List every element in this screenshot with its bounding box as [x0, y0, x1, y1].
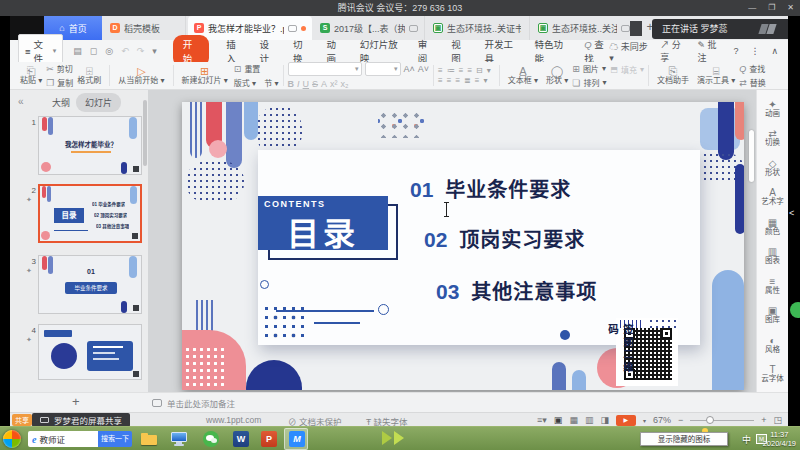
- rail-cloudfonts[interactable]: T云字体: [757, 360, 788, 390]
- undo-icon[interactable]: ↶: [121, 46, 129, 56]
- taskbar-clock[interactable]: 11:37 2020/4/19: [763, 430, 796, 448]
- taskbar-wechat-icon[interactable]: [202, 431, 220, 447]
- rail-wordart[interactable]: A艺术字: [757, 183, 788, 213]
- print-icon[interactable]: ◻: [90, 46, 97, 56]
- slide-thumbnail-3[interactable]: 01 毕业条件要求: [38, 255, 142, 314]
- share-button[interactable]: ↗ 分享: [660, 38, 685, 64]
- shrink-font-icon[interactable]: A˅: [418, 64, 429, 74]
- play-dropdown-icon[interactable]: ▾: [643, 417, 646, 424]
- bold-button[interactable]: B: [288, 79, 295, 89]
- rail-shapes[interactable]: ◇形状: [757, 153, 788, 183]
- slide-thumbnail-2-selected[interactable]: 目录 01 毕业条件要求 02 顶岗实习要求 03 其他注意事项: [38, 184, 142, 243]
- list-indent-icons[interactable]: ≡≔≡≡⊟▾: [438, 67, 495, 75]
- collapse-ribbon-icon[interactable]: ∧: [771, 46, 778, 56]
- panel-tab-slides[interactable]: 幻灯片: [76, 93, 121, 112]
- menu-insert[interactable]: 插入: [226, 37, 242, 65]
- rail-properties[interactable]: ≡属性: [757, 271, 788, 301]
- maximize-button[interactable]: ❐: [768, 0, 775, 16]
- add-slide-button[interactable]: +: [72, 394, 80, 409]
- ime-indicator[interactable]: 中: [742, 433, 751, 446]
- minimize-button[interactable]: —: [748, 0, 756, 16]
- comment-button[interactable]: ✎ 批注: [697, 38, 721, 64]
- more-menu-icon[interactable]: ⋮: [750, 46, 759, 56]
- sync-status[interactable]: ☁ 未同步 ▾: [609, 40, 648, 63]
- panel-collapse-arrow[interactable]: <: [789, 208, 794, 218]
- view-sorter-icon[interactable]: ▦: [569, 415, 578, 425]
- collapse-panel-icon[interactable]: «: [18, 96, 24, 107]
- find-button[interactable]: Q查找: [739, 63, 766, 74]
- panel-tab-outline[interactable]: 大纲: [52, 96, 70, 109]
- taskbar-search-box[interactable]: e: [28, 431, 98, 447]
- reset-button[interactable]: ⊡重置: [234, 63, 279, 74]
- doc-assistant-button[interactable]: ⎘文档助手: [653, 62, 693, 89]
- paste-button[interactable]: ⎗粘贴 ▾: [16, 67, 46, 85]
- search-input[interactable]: [39, 434, 83, 444]
- menu-devtools[interactable]: 开发工具: [485, 37, 518, 65]
- status-menu-icon[interactable]: ≡▾: [537, 415, 547, 425]
- toc-title-box[interactable]: CONTENTS 目录: [258, 196, 388, 250]
- slide-thumbnail-4[interactable]: [38, 324, 142, 380]
- toc-item-3[interactable]: 03 其他注意事项: [436, 276, 597, 305]
- underline-button[interactable]: U: [303, 79, 310, 89]
- panel-scrollbar[interactable]: [143, 100, 147, 166]
- toc-item-1[interactable]: 01 毕业条件要求: [410, 174, 571, 203]
- font-family-combobox[interactable]: ▾: [288, 62, 362, 76]
- font-color-button[interactable]: A: [321, 79, 327, 89]
- present-tools-button[interactable]: ⌸演示工具 ▾: [693, 62, 739, 89]
- replace-button[interactable]: ⇄替换: [739, 77, 766, 88]
- align-icons[interactable]: ≡≡≡≣≡▾: [438, 77, 495, 85]
- preview-icon[interactable]: ◎: [105, 46, 113, 56]
- search-go-button[interactable]: 搜索一下: [98, 431, 132, 447]
- menu-animation[interactable]: 动画: [326, 37, 342, 65]
- rail-style[interactable]: ◐风格: [757, 330, 788, 360]
- strike-button[interactable]: S: [312, 79, 318, 89]
- screen-share-banner[interactable]: 罗梦君的屏幕共享: [32, 413, 130, 426]
- zoom-slider[interactable]: [690, 420, 754, 421]
- menu-slideshow[interactable]: 幻灯片放映: [360, 37, 401, 65]
- taskbar-folder-icon[interactable]: [140, 431, 158, 447]
- current-slide[interactable]: CONTENTS 目录 01 毕业条件要求 02 顶岗实习要求 03 其他注意事…: [182, 102, 744, 390]
- picture-button[interactable]: ⊞图片 ▾: [572, 63, 606, 74]
- taskbar-word-icon[interactable]: W: [232, 431, 250, 447]
- zoom-out-icon[interactable]: −: [678, 415, 683, 425]
- view-normal-icon[interactable]: ▣: [554, 415, 563, 425]
- menu-design[interactable]: 设计: [260, 37, 276, 65]
- superscript-button[interactable]: x²: [330, 79, 338, 89]
- view-split-icon[interactable]: ▥: [585, 415, 594, 425]
- fit-window-icon[interactable]: ◳: [773, 415, 782, 425]
- menu-transition[interactable]: 切换: [293, 37, 309, 65]
- italic-button[interactable]: I: [297, 79, 300, 89]
- textbox-button[interactable]: A̲文本框 ▾: [504, 62, 542, 89]
- shapes-button[interactable]: ◯形状 ▾: [542, 62, 572, 89]
- rail-gallery[interactable]: ▣图库: [757, 301, 788, 331]
- redo-icon[interactable]: ↷: [137, 46, 145, 56]
- copy-button[interactable]: ❐复制: [46, 77, 73, 88]
- menu-find[interactable]: Q 查找: [584, 37, 609, 65]
- zoom-percent[interactable]: 67%: [653, 415, 671, 425]
- arrange-button[interactable]: ❏排列 ▾: [572, 77, 606, 88]
- taskbar-display-icon[interactable]: [170, 431, 188, 447]
- start-button[interactable]: [3, 430, 21, 448]
- cut-button[interactable]: ✂剪切: [46, 63, 73, 74]
- layout-button[interactable]: 版式 ▾: [234, 77, 256, 88]
- section-button[interactable]: 节 ▾: [264, 77, 278, 88]
- tab-overflow-button[interactable]: [630, 21, 642, 36]
- format-painter-button[interactable]: ⌹格式刷: [73, 67, 105, 85]
- toc-item-2[interactable]: 02 顶岗实习要求: [424, 224, 585, 253]
- rail-animation[interactable]: ✦动画: [757, 94, 788, 124]
- menu-view[interactable]: 视图: [451, 37, 467, 65]
- close-button[interactable]: ✕: [787, 0, 794, 16]
- menu-special[interactable]: 特色功能: [534, 37, 567, 65]
- menu-review[interactable]: 审阅: [418, 37, 434, 65]
- zoom-in-icon[interactable]: +: [761, 415, 766, 425]
- slide-thumbnail-1[interactable]: 我怎样才能毕业？: [38, 116, 142, 175]
- taskbar-meeting-icon[interactable]: M: [288, 431, 306, 447]
- canvas-scrollbar[interactable]: [749, 130, 754, 182]
- more-icon[interactable]: ▾: [152, 46, 157, 56]
- fill-button[interactable]: ⬒填充 ▾: [610, 64, 644, 75]
- view-notes-icon[interactable]: ◨: [600, 415, 609, 425]
- font-size-combobox[interactable]: ▾: [365, 62, 401, 76]
- taskbar-powerpoint-icon[interactable]: P: [260, 431, 278, 447]
- rail-transition[interactable]: ⇄切换: [757, 124, 788, 154]
- play-from-current-button[interactable]: ▷从当前开始 ▾: [114, 62, 168, 89]
